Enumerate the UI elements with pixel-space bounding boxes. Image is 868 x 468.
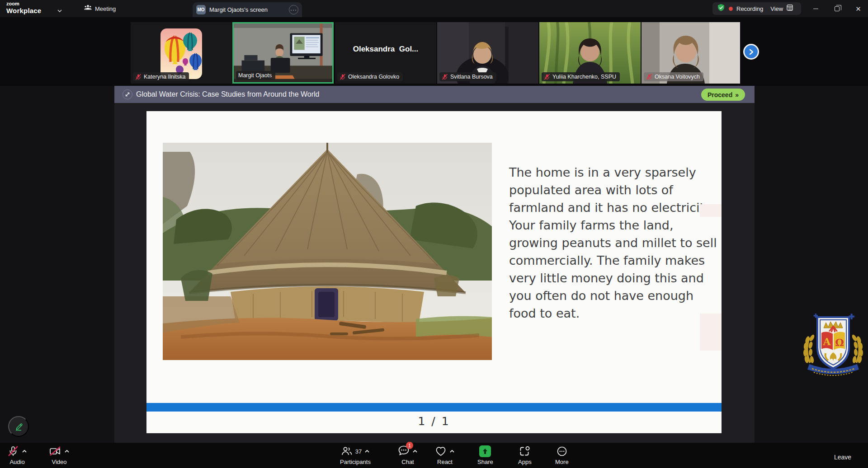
muted-mic-icon [646,74,652,80]
scroll-hint-block [700,204,722,217]
participant-tile-active-speaker[interactable]: Margit Ojaots [232,22,334,84]
tab-meeting[interactable]: Meeting [80,0,120,17]
participant-name: Yuliia Kharchenko, SSPU [552,74,616,80]
audio-label: Audio [9,459,24,465]
muted-mic-icon [135,74,142,80]
muted-mic-icon [442,74,448,80]
video-label: Video [52,459,66,465]
fullscreen-toggle-icon[interactable] [123,89,132,99]
share-button[interactable]: Share [477,445,493,465]
participant-tile[interactable]: Yuliia Kharchenko, SSPU [539,22,641,84]
participants-icon [341,446,353,457]
more-button[interactable]: More [555,445,569,465]
participants-label: Participants [340,459,371,465]
chat-label: Chat [401,459,414,465]
participant-name: Margit Ojaots [238,72,272,79]
tab-options-icon[interactable]: ··· [289,5,298,14]
more-label: More [555,459,569,465]
scroll-hint-block [700,314,722,351]
zoom-logo-text: zoom [6,1,41,6]
thatched-hut-photo [163,143,492,360]
apps-icon [519,446,531,457]
chat-options-caret[interactable] [412,449,418,453]
tab-meeting-label: Meeting [95,5,116,12]
pencil-icon [14,421,24,431]
page-indicator: 1 / 1 [146,415,722,428]
chevron-down-icon[interactable] [57,6,62,10]
participant-display-name: Oleksandra Gol... [335,45,436,54]
university-emblem-logo: Α Ω [798,310,868,381]
proceed-button[interactable]: Proceed » [701,89,745,101]
react-options-caret[interactable] [449,449,455,453]
close-button[interactable]: ✕ [848,0,868,17]
slide-paragraph: The home is in a very sparsely populated… [509,164,722,322]
double-chevron-right-icon: » [735,91,739,98]
annotate-button[interactable] [8,416,29,437]
heart-icon [435,446,447,457]
apps-button[interactable]: Apps [518,445,532,465]
proceed-label: Proceed [708,91,732,98]
tab-shared-screen[interactable]: MO Margit Ojaots's screen ··· [193,2,302,17]
zoom-window: zoom Workplace Meeting MO Margit Ojaots'… [0,0,868,468]
chat-unread-badge: 1 [406,442,413,449]
participant-tile[interactable]: Kateryna Ilnitska [131,22,232,84]
participants-strip: Kateryna Ilnitska [0,17,868,86]
presentation-app: Global Water Crisis: Case Studies from A… [114,86,755,443]
recording-dot-icon [729,7,733,11]
meeting-toolbar: Audio Video 37 [0,443,868,468]
meeting-status-group: Recording View [712,2,801,15]
muted-mic-icon [340,74,346,80]
presentation-title: Global Water Crisis: Case Studies from A… [136,86,320,103]
video-options-caret[interactable] [64,449,70,453]
grid-view-icon[interactable] [787,5,793,13]
avatar: MO [196,5,206,14]
participant-name-tag: Svitlana Bursova [439,72,496,81]
audio-button[interactable]: Audio [7,445,27,465]
recording-label[interactable]: Recording [736,5,763,12]
zoom-workplace-logo[interactable]: zoom Workplace [6,1,41,14]
participants-button[interactable]: 37 Participants [340,445,371,465]
security-shield-icon[interactable] [717,4,725,14]
participant-name-tag: Margit Ojaots [236,71,275,80]
more-ellipsis-icon [556,446,568,457]
chat-button[interactable]: 1 Chat [398,445,418,465]
participant-tile[interactable]: Oleksandra Gol... Oleksandra Golovko [335,22,436,84]
muted-mic-icon [7,445,19,457]
leave-button[interactable]: Leave [834,454,851,461]
muted-mic-icon [544,74,550,80]
share-label: Share [477,459,493,465]
svg-text:Ω: Ω [835,337,844,348]
participant-name: Svitlana Bursova [450,74,493,80]
share-screen-icon [479,445,491,457]
minimize-icon [813,9,818,9]
svg-text:Α: Α [822,336,831,347]
video-button[interactable]: Video [49,445,70,465]
participant-name-tag: Kateryna Ilnitska [133,72,189,81]
title-bar: zoom Workplace Meeting MO Margit Ojaots'… [0,0,868,17]
restore-button[interactable] [827,0,847,17]
participant-name-tag: Oleksandra Golovko [337,72,403,81]
slide-progress-bar [146,403,722,412]
slide: The home is in a very sparsely populated… [146,111,722,433]
participant-tile[interactable]: Svitlana Bursova [437,22,538,84]
react-button[interactable]: React [435,445,455,465]
apps-label: Apps [518,459,532,465]
participant-name: Oleksandra Golovko [348,74,399,80]
participant-name-tag: Oksana Voitovych [644,72,703,81]
workplace-logo-text: Workplace [6,7,41,14]
view-button[interactable]: View [770,5,783,12]
chevron-right-icon [748,49,755,55]
participant-name-tag: Yuliia Kharchenko, SSPU [542,72,620,81]
participant-name: Oksana Voitovych [655,74,700,80]
close-icon: ✕ [855,5,861,12]
participants-options-caret[interactable] [364,449,370,453]
next-participants-button[interactable] [743,44,759,60]
participant-tile[interactable]: Oksana Voitovych [642,22,740,84]
tab-shared-screen-label: Margit Ojaots's screen [209,6,285,13]
restore-icon [835,6,840,11]
react-label: React [437,459,453,465]
audio-options-caret[interactable] [22,449,27,453]
minimize-button[interactable] [806,0,826,17]
shared-screen-area: Global Water Crisis: Case Studies from A… [0,86,868,443]
participant-name: Kateryna Ilnitska [144,74,185,80]
